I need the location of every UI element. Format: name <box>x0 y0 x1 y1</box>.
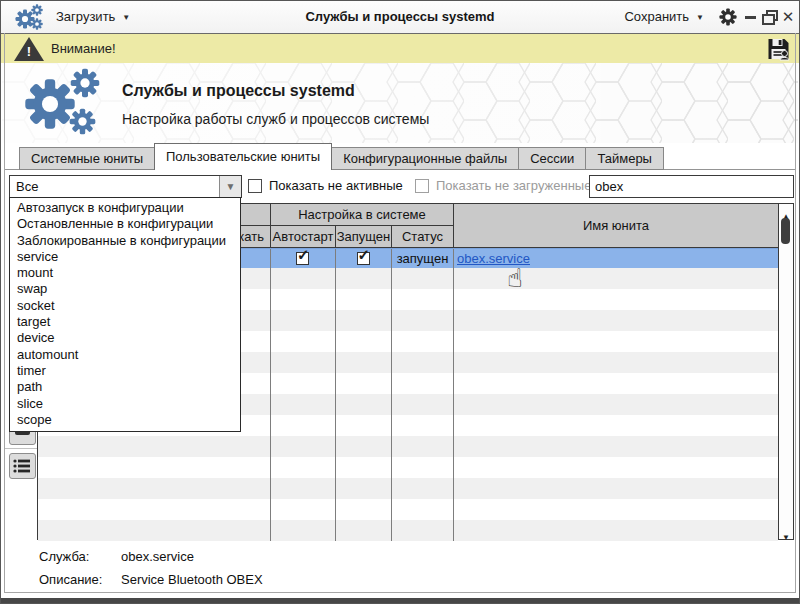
save-button[interactable]: Сохранить <box>624 1 704 33</box>
settings-gear-icon[interactable] <box>719 8 737 26</box>
app-logo-gears-icon <box>24 68 116 140</box>
dropdown-option[interactable]: Остановленные в конфигурации <box>10 216 240 232</box>
warning-text: Внимание! <box>51 34 116 63</box>
tab-user-units[interactable]: Пользовательские юниты <box>154 143 332 170</box>
minimize-button[interactable] <box>743 1 759 33</box>
combobox-arrow-icon[interactable] <box>219 176 241 197</box>
tab-system-units[interactable]: Системные юниты <box>19 147 155 170</box>
scroll-down-icon[interactable] <box>779 526 793 538</box>
checkbox-show-inactive[interactable] <box>248 179 262 193</box>
table-row[interactable] <box>38 499 778 520</box>
list-icon <box>13 457 32 475</box>
checkbox-show-inactive-label: Показать не активные <box>269 177 403 195</box>
hand-cursor-icon: ☝ <box>507 263 523 293</box>
service-value: obex.service <box>121 549 194 564</box>
banner-title: Службы и процессы systemd <box>122 82 355 100</box>
vertical-scrollbar[interactable] <box>778 204 793 539</box>
tab-timers[interactable]: Таймеры <box>585 147 664 170</box>
dropdown-option[interactable]: swap <box>10 281 240 297</box>
scroll-up-icon[interactable] <box>779 205 793 217</box>
scrollbar-thumb[interactable] <box>781 218 790 244</box>
warning-icon: ! <box>14 37 44 61</box>
dropdown-option[interactable]: scope <box>10 412 240 428</box>
table-row[interactable] <box>38 520 778 541</box>
dropdown-option[interactable]: slice <box>10 396 240 412</box>
toolbar-list-button[interactable] <box>9 453 36 479</box>
dropdown-option[interactable]: automount <box>10 347 240 363</box>
warning-bar: ! Внимание! <box>1 34 799 63</box>
combobox-value: Все <box>16 176 38 197</box>
dropdown-option[interactable]: path <box>10 379 240 395</box>
save-file-icon[interactable] <box>766 37 791 61</box>
tab-bar: Системные юнитыПользовательские юнитыКон… <box>19 143 663 170</box>
header-banner: Службы и процессы systemd Настройка рабо… <box>2 63 798 143</box>
dropdown-option[interactable]: socket <box>10 298 240 314</box>
group-header-system-settings: Настройка в системе <box>271 204 454 226</box>
dropdown-option[interactable]: service <box>10 249 240 265</box>
load-button-label: Загрузить <box>56 9 115 24</box>
unit-search-input[interactable] <box>589 175 794 198</box>
app-gears-icon <box>15 4 47 31</box>
window-frame-bottom <box>4 592 796 593</box>
autostart-checkbox[interactable] <box>296 252 309 265</box>
window-frame-left <box>4 33 5 593</box>
chevron-down-icon <box>689 9 704 24</box>
unit-filter-combobox[interactable]: Все <box>9 175 242 198</box>
chevron-down-icon <box>115 9 130 24</box>
dropdown-option[interactable]: mount <box>10 265 240 281</box>
checkbox-show-unloaded-label: Показать не загруженные <box>436 177 591 195</box>
dropdown-option[interactable]: target <box>10 314 240 330</box>
load-button[interactable]: Загрузить <box>56 1 130 33</box>
hexagon-pattern <box>2 63 798 143</box>
toolbar-separator <box>5 448 38 449</box>
service-label: Служба: <box>39 549 89 564</box>
maximize-button[interactable] <box>762 1 778 33</box>
window-title: Службы и процессы systemd <box>151 1 649 33</box>
banner-subtitle: Настройка работы служб и процессов систе… <box>122 111 429 127</box>
description-value: Service Bluetooth OBEX <box>121 572 263 587</box>
started-checkbox[interactable] <box>357 252 370 265</box>
column-header-unit-name[interactable]: Имя юнита <box>454 204 778 248</box>
app-window: Загрузить Службы и процессы systemd Сохр… <box>0 0 800 604</box>
window-frame-strip <box>1 598 799 603</box>
tab-sessions[interactable]: Сессии <box>518 147 586 170</box>
close-button[interactable]: ✕ <box>780 1 796 33</box>
table-row[interactable] <box>38 457 778 478</box>
dropdown-option[interactable]: device <box>10 330 240 346</box>
description-label: Описание: <box>39 572 102 587</box>
dropdown-option[interactable]: Автозапуск в конфигурации <box>10 200 240 216</box>
checkbox-show-unloaded <box>415 179 429 193</box>
dropdown-option[interactable]: timer <box>10 363 240 379</box>
column-header-status[interactable]: Статус <box>392 226 454 248</box>
title-bar: Загрузить Службы и процессы systemd Сохр… <box>1 1 799 34</box>
save-button-label: Сохранить <box>624 9 689 24</box>
status-cell: запущен <box>392 249 453 268</box>
table-row[interactable] <box>38 436 778 457</box>
table-row[interactable] <box>38 478 778 499</box>
dropdown-option[interactable]: Заблокированные в конфигурации <box>10 233 240 249</box>
tab-config-files[interactable]: Конфигурационные файлы <box>331 147 519 170</box>
window-frame-right <box>795 33 796 593</box>
filter-dropdown-list: Автозапуск в конфигурацииОстановленные в… <box>9 197 241 432</box>
